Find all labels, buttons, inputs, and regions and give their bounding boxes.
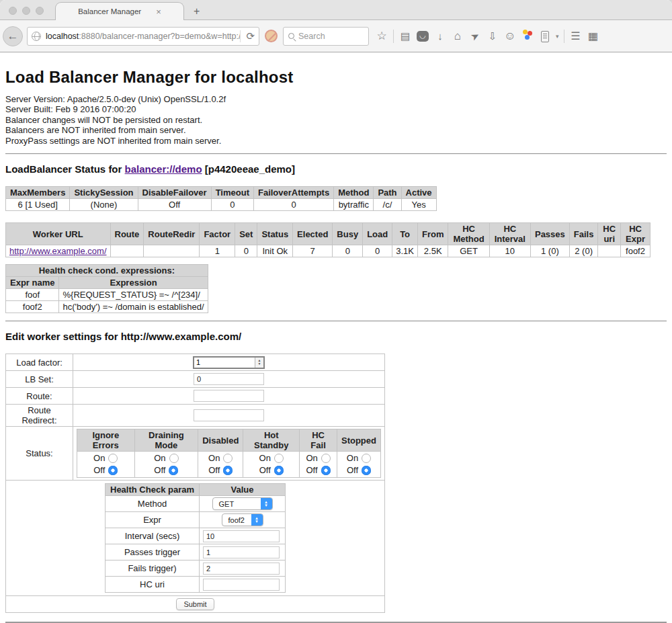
route-redirect-input[interactable] [194, 409, 264, 421]
status-radio-on[interactable] [321, 454, 331, 463]
pocket-icon[interactable]: ◡ [417, 31, 429, 42]
column-header: Value [200, 484, 286, 496]
table-header-row: Expr name Expression [6, 277, 208, 289]
menu-hamburger-icon[interactable]: ☰ [567, 28, 585, 45]
balancer-link[interactable]: balancer://demo [125, 163, 202, 175]
form-row-hc-params: Health Check param Value Method GET ▲▼ [6, 481, 385, 596]
status-radio-on[interactable] [108, 454, 118, 463]
addon-colored-dots-icon[interactable] [519, 28, 536, 45]
home-icon[interactable]: ⌂ [449, 28, 466, 45]
status-cell: Ignore ErrorsDraining ModeDisabledHot St… [73, 427, 385, 481]
new-tab-button[interactable]: + [184, 5, 209, 19]
balancer-heading-suffix: [p4420eeae_demo] [202, 163, 295, 175]
tab-balancer-manager[interactable]: Balancer Manager × [55, 2, 184, 20]
worker-cell: 7 [293, 245, 333, 257]
colored-dots [522, 29, 533, 40]
search-bar[interactable]: Search [283, 27, 369, 46]
hc-row-passes: Passes trigger [106, 544, 286, 560]
table-header-row: Health Check param Value [106, 484, 286, 496]
status-radio-off[interactable] [362, 466, 371, 475]
radio-label: On [154, 453, 165, 463]
balancer-status-heading: LoadBalancer Status for balancer://demo … [5, 163, 667, 175]
hc-expr-label: Expr [106, 512, 200, 528]
tab-close-icon[interactable]: × [156, 7, 161, 17]
route-redirect-cell [73, 405, 385, 427]
reading-list-icon[interactable]: ▤ [396, 28, 414, 45]
hc-uri-label: HC uri [106, 577, 200, 593]
downloads-icon[interactable]: ↓ [431, 28, 449, 45]
hc-expr-cell: foof2 ▲▼ [200, 512, 286, 528]
window-controls[interactable] [9, 7, 44, 15]
worker-cell [110, 245, 144, 257]
status-radio-on[interactable] [169, 454, 179, 463]
radio-label: Off [306, 465, 317, 475]
column-header: Busy [333, 223, 363, 245]
worker-cell: 3.1K [392, 245, 418, 257]
balancer-cell: /c/ [374, 199, 401, 211]
status-radio-off[interactable] [321, 466, 331, 475]
tab-groups-icon[interactable]: ▦ [585, 28, 602, 45]
status-radio-off[interactable] [169, 466, 178, 475]
worker-cell: GET [448, 245, 489, 257]
reload-icon[interactable]: ⟳ [240, 30, 255, 42]
status-radio-on[interactable] [274, 454, 284, 463]
bookmark-star-icon[interactable]: ☆ [373, 28, 390, 45]
radio-label: Off [259, 465, 271, 475]
navigation-toolbar: ← localhost:8880/balancer-manager?b=demo… [0, 20, 672, 52]
route-input[interactable] [194, 390, 264, 402]
worker-cell: 2.5K [417, 245, 448, 257]
column-header: HC Expr [621, 223, 650, 245]
divider [5, 321, 667, 322]
radio-label: On [93, 453, 105, 463]
zoom-window-button[interactable] [36, 7, 44, 15]
balancer-status-table: MaxMembersStickySessionDisableFailoverTi… [5, 186, 437, 211]
status-radio-cell: OnOff [337, 452, 380, 478]
panel-download-icon[interactable]: ⇩ [484, 28, 501, 45]
worker-cell: foof2 [621, 245, 650, 257]
status-label: Status: [6, 427, 73, 481]
close-window-button[interactable] [9, 7, 17, 15]
load-factor-label: Load factor: [6, 354, 73, 371]
hc-method-select[interactable]: GET ▲▼ [212, 497, 273, 510]
balancer-cell: (None) [70, 199, 138, 211]
lb-set-input[interactable] [194, 373, 264, 385]
hc-expr-value: foof2 [228, 516, 250, 524]
hc-interval-input[interactable] [203, 530, 280, 542]
minimize-window-button[interactable] [22, 7, 30, 15]
site-identity-globe-icon[interactable] [32, 32, 41, 41]
status-radio-cell: OnOff [300, 452, 337, 478]
tab-bar: Balancer Manager × + [0, 0, 672, 20]
status-radio-off[interactable] [274, 466, 284, 475]
status-radio-line: On [341, 452, 376, 464]
column-header: DisableFailover [138, 187, 211, 199]
content-block-icon[interactable] [265, 30, 278, 42]
submit-button[interactable]: Submit [176, 598, 214, 610]
table-row: foof%{REQUEST_STATUS} =~ /^[234]/ [6, 289, 208, 301]
worker-cell: 10 [489, 245, 530, 257]
status-radio-on[interactable] [362, 454, 371, 463]
status-radio-off[interactable] [223, 466, 233, 475]
hc-expr-select[interactable]: foof2 ▲▼ [222, 513, 263, 526]
hc-fails-input[interactable] [203, 563, 280, 575]
status-radio-on[interactable] [223, 454, 233, 463]
status-radio-line: On [81, 452, 130, 464]
url-bar[interactable]: localhost:8880/balancer-manager?b=demo&w… [27, 27, 259, 46]
feedback-smiley-icon[interactable]: ☺ [501, 28, 519, 45]
back-button[interactable]: ← [3, 26, 23, 46]
overflow-caret-icon[interactable]: ▾ [554, 33, 561, 40]
server-info: Server Version: Apache/2.5.0-dev (Unix) … [5, 94, 667, 146]
load-factor-input[interactable] [194, 358, 255, 368]
number-spinner-icon[interactable]: ▲▼ [255, 358, 263, 368]
hc-passes-input[interactable] [203, 546, 280, 558]
hc-uri-input[interactable] [203, 579, 280, 591]
radio-label: Off [347, 465, 358, 475]
form-row-route-redirect: Route Redirect: [6, 405, 385, 427]
status-radio-line: Off [247, 464, 295, 476]
worker-url-link[interactable]: http://www.example.com/ [9, 246, 107, 256]
worker-cell [598, 245, 621, 257]
load-factor-input-wrap: ▲▼ [193, 356, 265, 369]
status-radio-off[interactable] [108, 466, 118, 475]
container-battery-icon[interactable] [536, 28, 554, 45]
server-info-line: Server Version: Apache/2.5.0-dev (Unix) … [5, 94, 667, 104]
worker-cell: 0 [363, 245, 392, 257]
